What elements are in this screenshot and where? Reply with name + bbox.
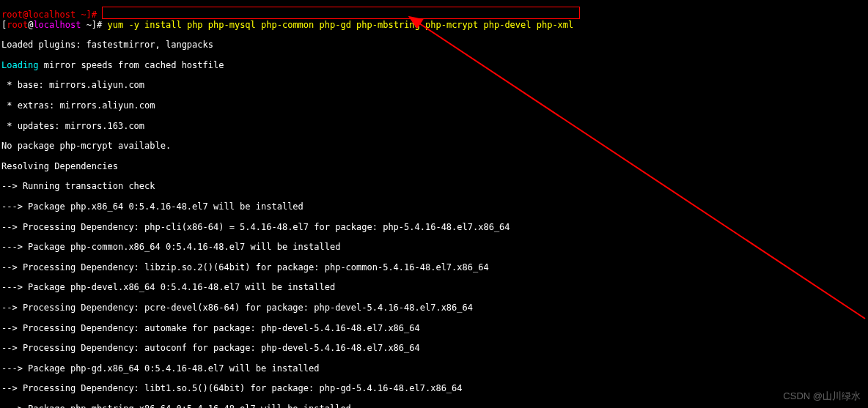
- watermark-text: CSDN @山川绿水: [783, 391, 861, 402]
- terminal-output[interactable]: root@localhost ~]#[root@localhost ~]# yu…: [0, 0, 868, 408]
- output-line: --> Processing Dependency: automake for …: [1, 324, 867, 334]
- output-line: ---> Package php.x86_64 0:5.4.16-48.el7 …: [1, 202, 867, 212]
- output-line: ---> Package php-gd.x86_64 0:5.4.16-48.e…: [1, 364, 867, 374]
- output-line: Loading mirror speeds from cached hostfi…: [1, 61, 867, 71]
- output-line: Loaded plugins: fastestmirror, langpacks: [1, 40, 867, 51]
- output-line: ---> Package php-mbstring.x86_64 0:5.4.1…: [1, 404, 867, 408]
- output-line: --> Processing Dependency: php-cli(x86-6…: [1, 223, 867, 233]
- output-line: --> Processing Dependency: libt1.so.5()(…: [1, 384, 867, 394]
- output-line: Resolving Dependencies: [1, 162, 867, 172]
- output-line: No package php-mcrypt available.: [1, 141, 867, 152]
- prompt-line-prev: root@localhost ~]#: [1, 10, 867, 21]
- output-line: * updates: mirrors.163.com: [1, 122, 867, 132]
- output-line: --> Running transaction check: [1, 182, 867, 192]
- output-line: * extras: mirrors.aliyun.com: [1, 101, 867, 111]
- prompt-line: [root@localhost ~]# yum -y install php p…: [1, 21, 867, 31]
- output-line: ---> Package php-common.x86_64 0:5.4.16-…: [1, 242, 867, 253]
- output-line: --> Processing Dependency: pcre-devel(x8…: [1, 303, 867, 314]
- output-line: --> Processing Dependency: autoconf for …: [1, 344, 867, 354]
- output-line: * base: mirrors.aliyun.com: [1, 81, 867, 91]
- output-line: --> Processing Dependency: libzip.so.2()…: [1, 263, 867, 273]
- command-text: yum -y install php php-mysql php-common …: [108, 20, 574, 30]
- output-line: ---> Package php-devel.x86_64 0:5.4.16-4…: [1, 283, 867, 293]
